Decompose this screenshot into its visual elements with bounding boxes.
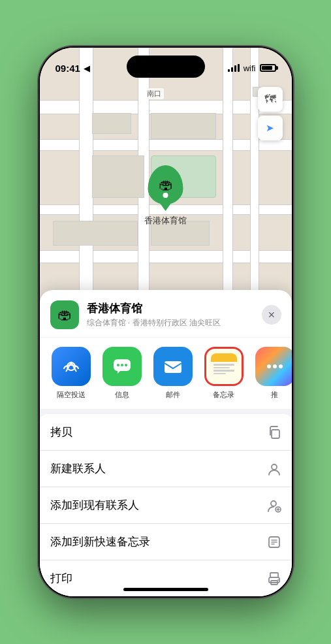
venue-description: 综合体育馆 · 香港特别行政区 油尖旺区 <box>87 317 254 329</box>
print-icon <box>267 572 281 586</box>
share-item-notes[interactable]: 备忘录 <box>203 347 245 400</box>
close-button[interactable]: ✕ <box>262 305 281 325</box>
message-icon <box>102 347 142 386</box>
svg-rect-6 <box>272 430 279 438</box>
phone-frame: 09:41 ◀ wifi <box>39 46 293 598</box>
share-item-airdrop[interactable]: 隔空投送 <box>50 347 92 400</box>
svg-point-2 <box>117 364 119 366</box>
venue-icon: 🏟 <box>50 300 79 329</box>
action-add-notes[interactable]: 添加到新快速备忘录 <box>40 524 292 560</box>
sheet-header: 🏟 香港体育馆 综合体育馆 · 香港特别行政区 油尖旺区 ✕ <box>40 290 292 337</box>
svg-point-7 <box>272 464 277 470</box>
more-icon <box>255 347 292 386</box>
signal-icon <box>228 64 240 72</box>
home-indicator <box>123 588 208 591</box>
map-type-button[interactable]: 🗺 <box>258 87 283 112</box>
action-new-contact[interactable]: 新建联系人 <box>40 451 292 487</box>
message-label: 信息 <box>115 390 129 400</box>
venue-marker[interactable]: 🏟 香港体育馆 <box>144 165 187 227</box>
copy-label: 拷贝 <box>50 425 72 440</box>
copy-icon <box>267 425 281 440</box>
add-existing-label: 添加到现有联系人 <box>50 498 139 513</box>
svg-rect-5 <box>165 361 181 373</box>
new-contact-icon <box>267 462 281 476</box>
action-add-existing[interactable]: 添加到现有联系人 <box>40 487 292 524</box>
mail-icon <box>153 347 193 386</box>
location-arrow-icon: ◀ <box>84 63 90 73</box>
status-time: 09:41 <box>55 63 80 74</box>
location-button[interactable]: ➤ <box>258 116 283 140</box>
venue-info: 香港体育馆 综合体育馆 · 香港特别行政区 油尖旺区 <box>87 301 254 329</box>
airdrop-label: 隔空投送 <box>57 390 86 400</box>
phone-screen: 09:41 ◀ wifi <box>40 48 292 596</box>
svg-point-3 <box>121 364 123 366</box>
map-controls: 🗺 ➤ <box>258 87 283 144</box>
svg-point-8 <box>271 501 276 506</box>
svg-rect-16 <box>270 573 278 577</box>
notes-label: 备忘录 <box>213 390 234 400</box>
bottom-sheet: 🏟 香港体育馆 综合体育馆 · 香港特别行政区 油尖旺区 ✕ <box>40 290 292 596</box>
new-contact-label: 新建联系人 <box>50 461 106 476</box>
add-contact-icon <box>267 498 281 513</box>
more-label: 推 <box>271 390 278 400</box>
venue-name: 香港体育馆 <box>87 301 254 316</box>
map-background[interactable]: 南口 🗺 ➤ 🏟 香港体育馆 <box>40 48 292 322</box>
add-notes-label: 添加到新快速备忘录 <box>50 534 150 549</box>
share-item-more[interactable]: 推 <box>254 347 292 400</box>
dynamic-island <box>127 56 205 78</box>
share-item-mail[interactable]: 邮件 <box>152 347 194 400</box>
svg-point-4 <box>125 364 127 366</box>
airdrop-icon <box>52 347 91 386</box>
quick-note-icon <box>267 535 281 549</box>
notes-icon <box>204 347 244 386</box>
marker-label: 香港体育馆 <box>144 215 187 227</box>
battery-icon <box>260 64 276 72</box>
marker-pin: 🏟 <box>148 165 183 204</box>
action-copy[interactable]: 拷贝 <box>40 414 292 451</box>
svg-point-19 <box>277 579 279 581</box>
print-label: 打印 <box>50 571 72 586</box>
mail-label: 邮件 <box>166 390 180 400</box>
map-label-nankou: 南口 <box>144 88 164 99</box>
share-row: 隔空投送 信息 <box>40 338 292 409</box>
status-icons: wifi <box>228 63 276 73</box>
share-item-message[interactable]: 信息 <box>101 347 143 400</box>
action-list: 拷贝 新建联系人 添加到现有联系人 <box>40 414 292 596</box>
wifi-icon: wifi <box>244 63 256 73</box>
